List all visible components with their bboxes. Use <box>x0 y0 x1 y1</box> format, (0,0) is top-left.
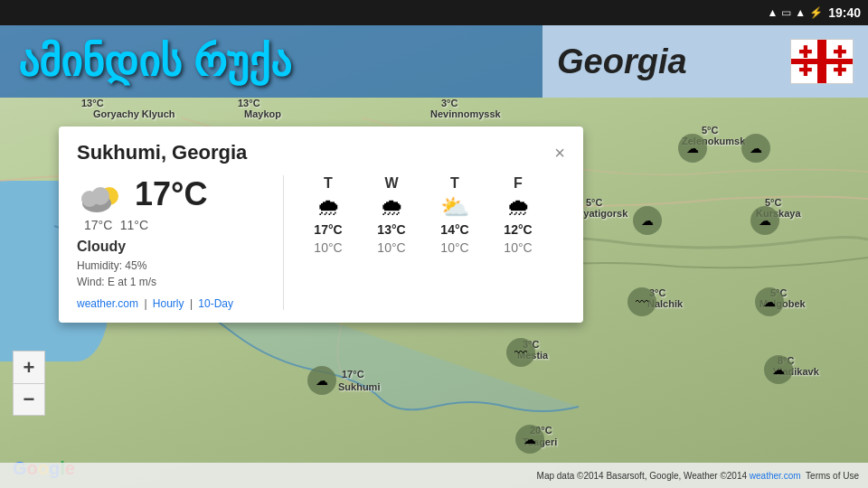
forecast-day-label: F <box>514 175 523 192</box>
forecast-high: 14°C <box>440 222 468 237</box>
label-goryachy: Goryachy Klyuch <box>93 108 175 119</box>
battery-icon: ▭ <box>781 6 791 19</box>
weather-com-bottom-link[interactable]: weather.com <box>750 471 801 481</box>
region-info: Georgia ✚ ✚ ✚ ✚ <box>542 25 868 98</box>
zoom-in-button[interactable]: + <box>13 351 45 383</box>
current-range-row: 17°C 11°C <box>80 217 276 233</box>
current-weather: 17°C 17°C 11°C Cloudy Humidity: 45% Wind… <box>77 175 276 310</box>
charge-icon: ⚡ <box>809 6 823 19</box>
map-weather-icon-sukhumi: ☁ <box>307 366 336 395</box>
temp-low: 11°C <box>120 218 148 232</box>
status-icons: ▲ ▭ ▲ ⚡ <box>767 6 823 19</box>
hourly-link[interactable]: Hourly <box>153 297 184 310</box>
weather-com-link[interactable]: weather.com <box>77 297 138 310</box>
app-title: ამინდის რუქა <box>0 37 291 86</box>
forecast: T 🌧 17°C 10°C W 🌧 13°C 10°C T ⛅ 14°C 10°… <box>283 175 541 310</box>
region-name: Georgia <box>557 42 687 81</box>
forecast-day-1: W 🌧 13°C 10°C <box>369 175 414 310</box>
link-separator: | <box>144 297 146 310</box>
forecast-icon: 🌧 <box>380 195 403 219</box>
temp-zelenokumsk: 5°C <box>702 125 718 136</box>
popup-body: 17°C 17°C 11°C Cloudy Humidity: 45% Wind… <box>77 175 565 310</box>
forecast-day-0: T 🌧 17°C 10°C <box>306 175 351 310</box>
forecast-day-label: T <box>324 175 333 192</box>
map-weather-icon-tsageri: ☁ <box>515 425 544 454</box>
bottom-bar: Map data ©2014 Basarsoft, Google, Weathe… <box>0 463 868 488</box>
forecast-low: 10°C <box>314 240 342 255</box>
current-temp: 17°C <box>135 175 207 212</box>
weather-description: Cloudy <box>77 239 276 255</box>
flag-corner-br: ✚ <box>829 61 849 80</box>
map-weather-icon-mestia: 〰 <box>506 338 535 367</box>
forecast-high: 13°C <box>377 222 405 237</box>
georgia-flag: ✚ ✚ ✚ ✚ <box>790 39 854 84</box>
forecast-day-2: T ⛅ 14°C 10°C <box>432 175 477 310</box>
forecast-high: 17°C <box>314 222 342 237</box>
forecast-icon: 🌧 <box>506 195 530 219</box>
temp-high: 17°C <box>84 218 112 232</box>
map-weather-icon-pyatigorsk: ☁ <box>633 206 662 235</box>
svg-point-3 <box>91 187 109 205</box>
map-weather-icon-malgobek: ☁ <box>755 287 784 316</box>
label-sukhumi: Sukhumi <box>338 381 380 392</box>
humidity: Humidity: 45% <box>77 258 276 274</box>
close-button[interactable]: × <box>554 144 565 162</box>
current-weather-icon <box>77 176 124 212</box>
label-nevinnomyssk: Nevinnomyssk <box>430 108 501 119</box>
popup-header: Sukhumi, Georgia × <box>77 141 565 164</box>
popup-title: Sukhumi, Georgia <box>77 141 247 164</box>
temp-sukhumi: 17°C <box>342 369 364 380</box>
forecast-high: 12°C <box>504 222 532 237</box>
forecast-low: 10°C <box>440 240 468 255</box>
flag-corner-tr: ✚ <box>829 42 849 62</box>
temp-pyatigorsk: 5°C <box>586 197 602 208</box>
temp-nevinnomyssk: 3°C <box>441 98 458 108</box>
map-weather-icon-kurskaya: ☁ <box>741 134 770 163</box>
label-maykop: Maykop <box>244 108 281 119</box>
label-pyatigorsk: Pyatigorsk <box>577 208 627 219</box>
temp-maykop: 13°C <box>238 98 260 108</box>
forecast-low: 10°C <box>377 240 405 255</box>
current-top: 17°C <box>77 175 276 213</box>
popup-links: weather.com | Hourly | 10-Day <box>77 297 276 310</box>
map-weather-icon-kurskaya2: ☁ <box>750 206 779 235</box>
forecast-low: 10°C <box>504 240 532 255</box>
weather-popup: Sukhumi, Georgia × 17°C 17°C 11°C Cl <box>59 127 583 323</box>
map-weather-icon-zelenokumsk: ☁ <box>678 134 707 163</box>
temp-ssiysk: 13°C <box>81 98 104 108</box>
forecast-icon: 🌧 <box>316 195 340 219</box>
flag-corner-tl: ✚ <box>795 42 815 62</box>
signal-icon: ▲ <box>795 6 806 19</box>
wifi-icon: ▲ <box>767 6 778 19</box>
forecast-day-3: F 🌧 12°C 10°C <box>495 175 541 310</box>
status-bar: ▲ ▭ ▲ ⚡ 19:40 <box>0 0 868 25</box>
map-weather-icon-nalchik: 〰 <box>627 287 656 316</box>
forecast-icon: ⛅ <box>440 195 469 219</box>
zoom-out-button[interactable]: − <box>13 383 45 416</box>
flag-vertical-cross <box>817 40 826 83</box>
terms-text: Terms of Use <box>806 471 859 481</box>
ten-day-link[interactable]: 10-Day <box>198 297 233 310</box>
clock: 19:40 <box>828 5 861 20</box>
forecast-day-label: W <box>384 175 398 192</box>
map-weather-icon-vladikavk: ☁ <box>764 355 793 384</box>
zoom-controls: + − <box>13 351 45 416</box>
map-data-text: Map data ©2014 Basarsoft, Google, Weathe… <box>537 471 747 481</box>
current-temp-block: 17°C <box>135 175 207 213</box>
flag-corner-bl: ✚ <box>795 61 815 80</box>
wind: Wind: E at 1 m/s <box>77 274 276 290</box>
link-sep2: | <box>190 297 193 310</box>
forecast-day-label: T <box>450 175 459 192</box>
